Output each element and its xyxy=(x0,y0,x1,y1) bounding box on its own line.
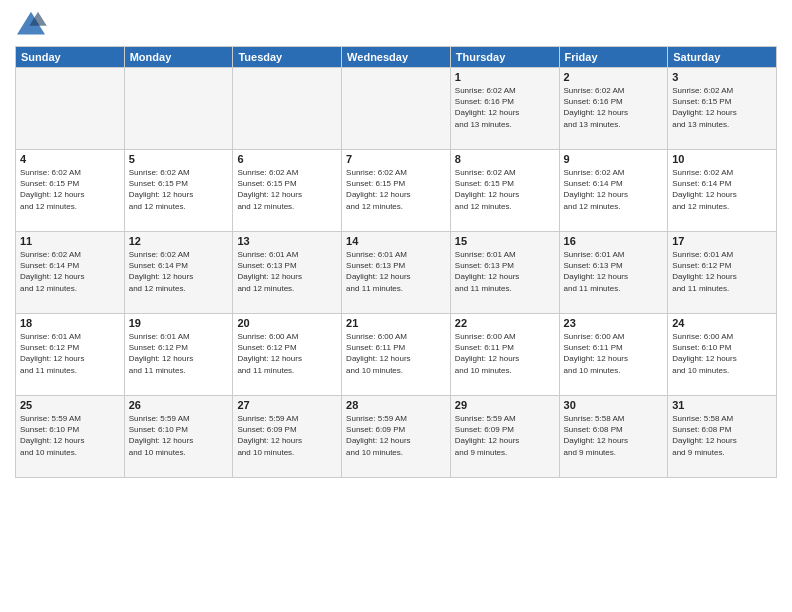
day-header-saturday: Saturday xyxy=(668,47,777,68)
day-number: 3 xyxy=(672,71,772,83)
day-number: 9 xyxy=(564,153,664,165)
week-row-1: 4Sunrise: 6:02 AM Sunset: 6:15 PM Daylig… xyxy=(16,150,777,232)
day-info: Sunrise: 6:00 AM Sunset: 6:10 PM Dayligh… xyxy=(672,331,772,376)
calendar-cell: 24Sunrise: 6:00 AM Sunset: 6:10 PM Dayli… xyxy=(668,314,777,396)
calendar-cell: 27Sunrise: 5:59 AM Sunset: 6:09 PM Dayli… xyxy=(233,396,342,478)
day-number: 7 xyxy=(346,153,446,165)
calendar-cell: 4Sunrise: 6:02 AM Sunset: 6:15 PM Daylig… xyxy=(16,150,125,232)
calendar-cell: 14Sunrise: 6:01 AM Sunset: 6:13 PM Dayli… xyxy=(342,232,451,314)
calendar-cell xyxy=(342,68,451,150)
day-number: 26 xyxy=(129,399,229,411)
calendar-cell: 18Sunrise: 6:01 AM Sunset: 6:12 PM Dayli… xyxy=(16,314,125,396)
calendar-cell: 13Sunrise: 6:01 AM Sunset: 6:13 PM Dayli… xyxy=(233,232,342,314)
calendar-cell: 6Sunrise: 6:02 AM Sunset: 6:15 PM Daylig… xyxy=(233,150,342,232)
day-number: 29 xyxy=(455,399,555,411)
header xyxy=(15,10,777,38)
calendar-cell: 5Sunrise: 6:02 AM Sunset: 6:15 PM Daylig… xyxy=(124,150,233,232)
day-number: 11 xyxy=(20,235,120,247)
day-info: Sunrise: 6:02 AM Sunset: 6:14 PM Dayligh… xyxy=(672,167,772,212)
calendar-cell: 29Sunrise: 5:59 AM Sunset: 6:09 PM Dayli… xyxy=(450,396,559,478)
day-number: 21 xyxy=(346,317,446,329)
calendar-cell: 1Sunrise: 6:02 AM Sunset: 6:16 PM Daylig… xyxy=(450,68,559,150)
day-info: Sunrise: 6:02 AM Sunset: 6:15 PM Dayligh… xyxy=(455,167,555,212)
day-info: Sunrise: 6:00 AM Sunset: 6:12 PM Dayligh… xyxy=(237,331,337,376)
calendar-cell: 15Sunrise: 6:01 AM Sunset: 6:13 PM Dayli… xyxy=(450,232,559,314)
week-row-2: 11Sunrise: 6:02 AM Sunset: 6:14 PM Dayli… xyxy=(16,232,777,314)
day-header-sunday: Sunday xyxy=(16,47,125,68)
day-info: Sunrise: 6:01 AM Sunset: 6:12 PM Dayligh… xyxy=(129,331,229,376)
day-number: 12 xyxy=(129,235,229,247)
day-info: Sunrise: 6:02 AM Sunset: 6:16 PM Dayligh… xyxy=(455,85,555,130)
calendar-cell: 3Sunrise: 6:02 AM Sunset: 6:15 PM Daylig… xyxy=(668,68,777,150)
calendar-cell: 8Sunrise: 6:02 AM Sunset: 6:15 PM Daylig… xyxy=(450,150,559,232)
calendar-cell xyxy=(233,68,342,150)
day-info: Sunrise: 6:00 AM Sunset: 6:11 PM Dayligh… xyxy=(346,331,446,376)
day-info: Sunrise: 6:00 AM Sunset: 6:11 PM Dayligh… xyxy=(455,331,555,376)
day-number: 24 xyxy=(672,317,772,329)
day-info: Sunrise: 6:01 AM Sunset: 6:13 PM Dayligh… xyxy=(346,249,446,294)
day-info: Sunrise: 6:02 AM Sunset: 6:15 PM Dayligh… xyxy=(237,167,337,212)
calendar-cell xyxy=(16,68,125,150)
week-row-0: 1Sunrise: 6:02 AM Sunset: 6:16 PM Daylig… xyxy=(16,68,777,150)
day-info: Sunrise: 6:01 AM Sunset: 6:13 PM Dayligh… xyxy=(455,249,555,294)
day-info: Sunrise: 6:01 AM Sunset: 6:13 PM Dayligh… xyxy=(564,249,664,294)
day-info: Sunrise: 6:02 AM Sunset: 6:16 PM Dayligh… xyxy=(564,85,664,130)
calendar-cell: 10Sunrise: 6:02 AM Sunset: 6:14 PM Dayli… xyxy=(668,150,777,232)
day-info: Sunrise: 5:59 AM Sunset: 6:09 PM Dayligh… xyxy=(346,413,446,458)
day-number: 18 xyxy=(20,317,120,329)
calendar-cell: 11Sunrise: 6:02 AM Sunset: 6:14 PM Dayli… xyxy=(16,232,125,314)
day-info: Sunrise: 6:02 AM Sunset: 6:15 PM Dayligh… xyxy=(346,167,446,212)
day-info: Sunrise: 6:01 AM Sunset: 6:12 PM Dayligh… xyxy=(20,331,120,376)
day-number: 14 xyxy=(346,235,446,247)
day-info: Sunrise: 6:01 AM Sunset: 6:13 PM Dayligh… xyxy=(237,249,337,294)
header-row: SundayMondayTuesdayWednesdayThursdayFrid… xyxy=(16,47,777,68)
day-number: 4 xyxy=(20,153,120,165)
logo xyxy=(15,10,51,38)
day-number: 2 xyxy=(564,71,664,83)
day-info: Sunrise: 5:58 AM Sunset: 6:08 PM Dayligh… xyxy=(564,413,664,458)
calendar-cell: 9Sunrise: 6:02 AM Sunset: 6:14 PM Daylig… xyxy=(559,150,668,232)
day-number: 20 xyxy=(237,317,337,329)
day-number: 15 xyxy=(455,235,555,247)
day-number: 5 xyxy=(129,153,229,165)
day-number: 30 xyxy=(564,399,664,411)
calendar-cell: 19Sunrise: 6:01 AM Sunset: 6:12 PM Dayli… xyxy=(124,314,233,396)
day-info: Sunrise: 5:59 AM Sunset: 6:09 PM Dayligh… xyxy=(237,413,337,458)
calendar-cell: 22Sunrise: 6:00 AM Sunset: 6:11 PM Dayli… xyxy=(450,314,559,396)
day-info: Sunrise: 6:02 AM Sunset: 6:14 PM Dayligh… xyxy=(564,167,664,212)
day-info: Sunrise: 6:01 AM Sunset: 6:12 PM Dayligh… xyxy=(672,249,772,294)
day-info: Sunrise: 5:58 AM Sunset: 6:08 PM Dayligh… xyxy=(672,413,772,458)
day-info: Sunrise: 5:59 AM Sunset: 6:10 PM Dayligh… xyxy=(20,413,120,458)
calendar-cell: 2Sunrise: 6:02 AM Sunset: 6:16 PM Daylig… xyxy=(559,68,668,150)
day-number: 16 xyxy=(564,235,664,247)
day-number: 31 xyxy=(672,399,772,411)
calendar-cell: 16Sunrise: 6:01 AM Sunset: 6:13 PM Dayli… xyxy=(559,232,668,314)
day-number: 25 xyxy=(20,399,120,411)
calendar-cell: 25Sunrise: 5:59 AM Sunset: 6:10 PM Dayli… xyxy=(16,396,125,478)
day-info: Sunrise: 6:02 AM Sunset: 6:15 PM Dayligh… xyxy=(20,167,120,212)
logo-icon xyxy=(15,10,47,38)
day-number: 17 xyxy=(672,235,772,247)
day-info: Sunrise: 6:02 AM Sunset: 6:15 PM Dayligh… xyxy=(672,85,772,130)
day-header-monday: Monday xyxy=(124,47,233,68)
week-row-3: 18Sunrise: 6:01 AM Sunset: 6:12 PM Dayli… xyxy=(16,314,777,396)
calendar-table: SundayMondayTuesdayWednesdayThursdayFrid… xyxy=(15,46,777,478)
page: SundayMondayTuesdayWednesdayThursdayFrid… xyxy=(0,0,792,488)
day-info: Sunrise: 5:59 AM Sunset: 6:09 PM Dayligh… xyxy=(455,413,555,458)
day-info: Sunrise: 6:00 AM Sunset: 6:11 PM Dayligh… xyxy=(564,331,664,376)
calendar-cell: 7Sunrise: 6:02 AM Sunset: 6:15 PM Daylig… xyxy=(342,150,451,232)
day-header-thursday: Thursday xyxy=(450,47,559,68)
calendar-cell: 17Sunrise: 6:01 AM Sunset: 6:12 PM Dayli… xyxy=(668,232,777,314)
day-info: Sunrise: 6:02 AM Sunset: 6:14 PM Dayligh… xyxy=(20,249,120,294)
day-number: 13 xyxy=(237,235,337,247)
calendar-cell: 21Sunrise: 6:00 AM Sunset: 6:11 PM Dayli… xyxy=(342,314,451,396)
day-number: 27 xyxy=(237,399,337,411)
calendar-cell: 31Sunrise: 5:58 AM Sunset: 6:08 PM Dayli… xyxy=(668,396,777,478)
day-number: 19 xyxy=(129,317,229,329)
day-info: Sunrise: 5:59 AM Sunset: 6:10 PM Dayligh… xyxy=(129,413,229,458)
day-number: 6 xyxy=(237,153,337,165)
day-number: 28 xyxy=(346,399,446,411)
calendar-cell: 26Sunrise: 5:59 AM Sunset: 6:10 PM Dayli… xyxy=(124,396,233,478)
calendar-cell: 12Sunrise: 6:02 AM Sunset: 6:14 PM Dayli… xyxy=(124,232,233,314)
day-header-wednesday: Wednesday xyxy=(342,47,451,68)
